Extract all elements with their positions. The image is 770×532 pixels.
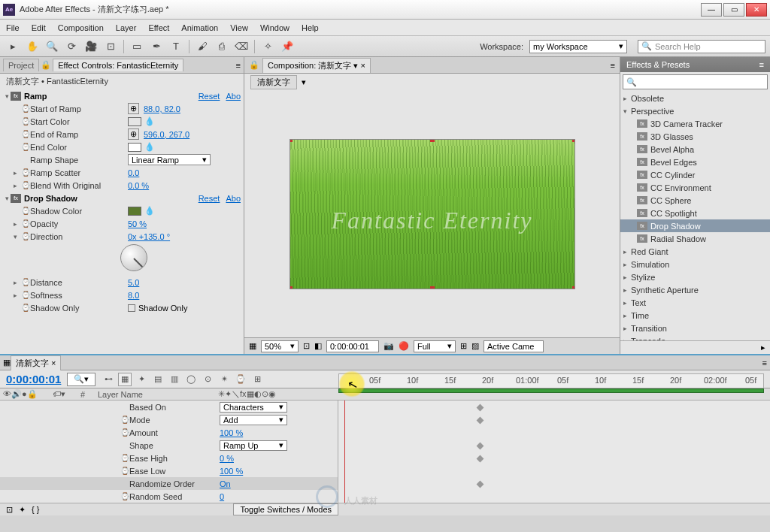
region-icon[interactable]: ⊞ [460,341,467,351]
tl-footer-icon[interactable]: ✦ [19,505,26,515]
menu-layer[interactable]: Layer [116,23,137,32]
cat-stylize[interactable]: Stylize [631,273,655,282]
minimize-button[interactable]: — [701,3,722,17]
panel-menu-icon[interactable]: ≡ [759,60,764,69]
hand-tool-icon[interactable]: ✋ [24,39,41,54]
roto-tool-icon[interactable]: ✧ [259,39,276,54]
stopwatch-icon[interactable]: ⌚ [21,232,30,240]
keyframe[interactable] [477,455,484,463]
stopwatch-icon[interactable]: ⌚ [21,130,30,138]
cat-text[interactable]: Text [631,298,646,307]
panel-menu-icon[interactable]: ≡ [762,358,767,367]
crosshair-icon[interactable]: ⊕ [128,128,139,140]
tab-project[interactable]: Project [3,59,39,71]
expand-icon[interactable]: ▸ [623,261,631,268]
tl-frame-blend-icon[interactable]: ▤ [151,373,165,386]
tl-motion-blur-icon[interactable]: ✦ [135,373,148,386]
crosshair-icon[interactable]: ⊕ [128,103,139,114]
tl-graph-icon[interactable]: ◯ [184,373,198,386]
expand-icon[interactable]: ▸ [623,95,631,102]
grid-icon[interactable]: ▦ [249,341,256,351]
expand-icon[interactable]: ▸ [623,312,631,319]
menu-composition[interactable]: Composition [58,23,104,32]
val-random-seed[interactable]: 0 [220,492,224,501]
val-direction[interactable]: 0x +135.0 ° [128,232,170,241]
panel-menu-icon[interactable]: ≡ [611,61,615,70]
type-tool-icon[interactable]: T [168,39,184,54]
collapse-icon[interactable]: ▾ [623,107,631,115]
keyframe[interactable] [477,443,484,450]
val-opacity[interactable]: 50 % [128,219,147,228]
stopwatch-icon[interactable]: ⌚ [21,207,30,215]
stopwatch-icon[interactable]: ⌚ [120,454,129,462]
expand-icon[interactable]: ▸ [623,325,631,332]
zoom-dropdown[interactable]: 50%▾ [261,340,299,352]
tl-composition-icon[interactable]: ⊷ [102,373,115,386]
cat-obsolete[interactable]: Obsolete [631,94,664,103]
stopwatch-icon[interactable]: ⌚ [21,219,30,228]
apply-icon[interactable]: ▸ [761,343,765,352]
effect-drop-shadow[interactable]: Drop Shadow [24,194,199,203]
channel-icon[interactable]: 🔴 [399,341,409,351]
val-distance[interactable]: 5.0 [128,278,139,287]
stopwatch-icon[interactable]: ⌚ [21,304,30,312]
tl-3d-icon[interactable]: ▥ [168,373,181,386]
val-ease-low[interactable]: 100 % [220,467,243,476]
rect-tool-icon[interactable]: ▭ [129,39,145,54]
tab-effect-controls[interactable]: Effect Controls: FantasticEternity [53,59,183,71]
stopwatch-icon[interactable]: ⌚ [21,168,30,177]
mode-dropdown[interactable]: Add▾ [220,415,287,425]
expand-icon[interactable]: ▸ [14,182,21,189]
cat-simulation[interactable]: Simulation [631,260,669,269]
start-color-swatch[interactable] [128,117,141,126]
tab-composition[interactable]: Composition: 清新文字 ▾ × [262,58,371,73]
fx-badge-icon[interactable]: fx [11,92,21,101]
ramp-about[interactable]: Abo [226,92,241,101]
cat-transition[interactable]: Transition [631,324,667,333]
eyedropper-icon[interactable]: 💧 [144,206,155,216]
effect-ramp[interactable]: Ramp [24,92,199,101]
stopwatch-icon[interactable]: ⌚ [120,416,129,424]
keyframe[interactable] [477,417,484,425]
expand-icon[interactable]: ▸ [623,299,631,307]
eyedropper-icon[interactable]: 💧 [144,116,155,126]
stopwatch-icon[interactable]: ⌚ [21,143,30,151]
cat-time[interactable]: Time [631,311,649,320]
effect-item[interactable]: fxCC Sphere [620,194,770,207]
toggle-switches-modes[interactable]: Toggle Switches / Modes [233,503,338,515]
menu-window[interactable]: Window [260,23,290,32]
val-start-of-ramp[interactable]: 88.0, 82.0 [144,104,180,113]
collapse-toggle[interactable]: ▾ [3,195,11,202]
ramp-reset[interactable]: Reset [199,92,220,101]
camera-tool-icon[interactable]: 🎥 [83,39,99,54]
effect-item[interactable]: fxBevel Edges [620,156,770,168]
expand-icon[interactable]: ▸ [14,292,21,299]
timeline-track-area[interactable] [338,401,770,503]
pen-tool-icon[interactable]: ✒ [148,39,165,54]
zoom-tool-icon[interactable]: 🔍 [44,39,60,54]
based-on-dropdown[interactable]: Characters▾ [220,402,287,413]
val-softness[interactable]: 8.0 [128,291,139,300]
menu-file[interactable]: File [6,23,20,32]
tl-switches-icon[interactable]: ⊞ [250,373,264,386]
tl-footer-icon[interactable]: ⊡ [6,505,13,515]
shadow-color-swatch[interactable] [128,207,141,216]
menu-help[interactable]: Help [302,23,319,32]
effect-item-drop-shadow[interactable]: fxDrop Shadow [620,219,770,232]
end-color-swatch[interactable] [128,143,141,152]
timeline-tab[interactable]: 清新文字 × [11,355,61,370]
timecode[interactable]: 0:00:00:01 [6,373,61,385]
clone-tool-icon[interactable]: ⎙ [214,39,230,54]
cat-synthetic-aperture[interactable]: Synthetic Aperture [631,286,699,295]
preview-canvas[interactable]: Fantastic Eternity [290,139,575,289]
val-end-of-ramp[interactable]: 596.0, 267.0 [144,130,189,139]
menu-view[interactable]: View [230,23,248,32]
expand-icon[interactable]: ▸ [623,248,631,255]
menu-edit[interactable]: Edit [32,23,46,32]
menu-effect[interactable]: Effect [148,23,169,32]
stopwatch-icon[interactable]: ⌚ [120,467,129,475]
timeline-search[interactable]: 🔍▾ [67,373,95,386]
lock-icon[interactable]: 🔒 [249,60,259,70]
view-dropdown[interactable]: Active Came [484,340,544,352]
comp-name[interactable]: 清新文字 [250,75,297,89]
